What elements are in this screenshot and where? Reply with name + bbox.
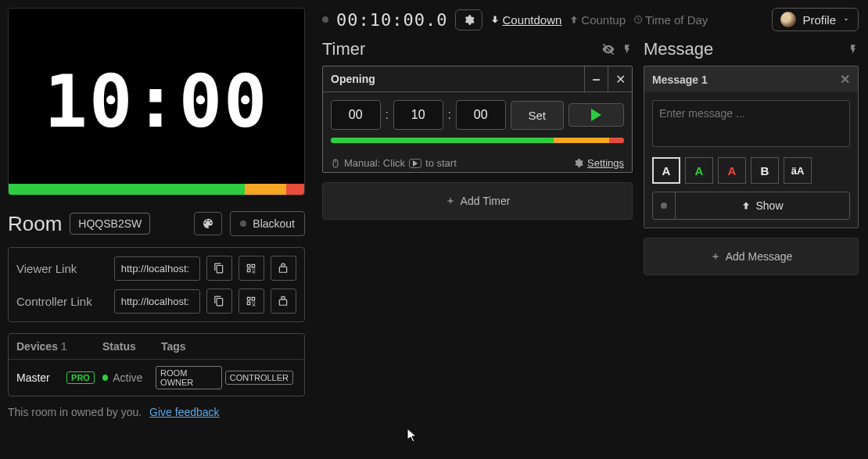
mouse-icon xyxy=(331,158,340,169)
room-code[interactable]: HQQSB2SW xyxy=(70,213,150,235)
flash-icon xyxy=(622,43,633,56)
unlock-icon xyxy=(278,263,289,274)
feedback-link[interactable]: Give feedback xyxy=(149,406,220,418)
owner-note: This room in owned by you. xyxy=(8,406,142,418)
mini-play-icon xyxy=(409,159,421,168)
viewer-lock-button[interactable] xyxy=(271,256,296,281)
clock-icon xyxy=(633,15,643,24)
tag-room-owner: ROOM OWNER xyxy=(156,366,222,389)
style-white[interactable]: A xyxy=(652,157,680,184)
play-button[interactable] xyxy=(569,103,624,127)
plus-icon: ＋ xyxy=(445,194,456,208)
add-timer-button[interactable]: ＋ Add Timer xyxy=(322,182,633,220)
viewer-link-label: Viewer Link xyxy=(16,262,108,275)
status-dot xyxy=(102,375,108,381)
palette-icon xyxy=(202,217,214,230)
controller-lock-button[interactable] xyxy=(271,289,296,314)
avatar xyxy=(780,12,796,27)
flash-icon xyxy=(848,43,859,56)
blackout-status-dot xyxy=(240,221,246,227)
status-header: Status xyxy=(102,340,161,353)
room-label: Room xyxy=(8,212,62,236)
copy-icon xyxy=(213,296,224,307)
gear-icon xyxy=(573,158,583,168)
viewer-link-input[interactable] xyxy=(114,256,200,281)
hours-input[interactable]: 00 xyxy=(331,100,381,130)
settings-gear-button[interactable] xyxy=(455,9,482,30)
palette-button[interactable] xyxy=(194,212,222,235)
tags-header: Tags xyxy=(161,340,296,353)
style-case[interactable]: äA xyxy=(784,157,812,184)
controller-link-label: Controller Link xyxy=(16,295,108,308)
show-button[interactable]: Show xyxy=(675,192,849,219)
message-flash-button[interactable] xyxy=(848,43,859,56)
add-message-button[interactable]: ＋ Add Message xyxy=(644,238,859,275)
style-bold[interactable]: B xyxy=(751,157,779,184)
controller-link-input[interactable] xyxy=(114,289,200,314)
style-green[interactable]: A xyxy=(685,157,713,184)
arrow-down-icon xyxy=(490,15,500,24)
seconds-input[interactable]: 00 xyxy=(456,100,506,130)
timer-progress-bar xyxy=(331,138,624,143)
profile-label: Profile xyxy=(802,13,836,27)
viewer-copy-button[interactable] xyxy=(206,256,232,281)
pro-badge: PRO xyxy=(66,371,95,384)
display-time: 10:00 xyxy=(9,60,304,144)
mode-countup[interactable]: Countup xyxy=(569,13,626,27)
visibility-toggle[interactable] xyxy=(601,42,615,56)
eye-off-icon xyxy=(601,42,615,56)
message-close-button[interactable]: ✕ xyxy=(840,72,850,87)
message-card-title[interactable]: Message 1 xyxy=(652,74,708,86)
devices-header: Devices xyxy=(16,340,58,353)
device-name: Master xyxy=(16,371,66,384)
flash-button[interactable] xyxy=(622,43,633,56)
qr-icon xyxy=(246,263,256,274)
device-row[interactable]: Master PRO Active ROOM OWNER CONTROLLER xyxy=(9,360,304,396)
chevron-down-icon xyxy=(842,16,850,23)
copy-icon xyxy=(213,263,224,274)
hint-text-suffix: to start xyxy=(425,157,457,169)
controller-qr-button[interactable] xyxy=(239,289,264,314)
timer-display: 10:00 xyxy=(8,8,305,195)
viewer-qr-button[interactable] xyxy=(239,256,264,281)
devices-count: 1 xyxy=(61,340,67,353)
unlock-icon xyxy=(278,296,289,307)
arrow-up-icon xyxy=(569,15,579,24)
set-button[interactable]: Set xyxy=(511,101,565,130)
connection-dot xyxy=(322,16,328,23)
close-button[interactable]: ✕ xyxy=(608,66,632,91)
profile-menu[interactable]: Profile xyxy=(772,8,859,31)
gear-icon xyxy=(463,14,475,26)
style-red[interactable]: A xyxy=(718,157,746,184)
minutes-input[interactable]: 10 xyxy=(393,100,443,130)
display-progress-bar xyxy=(9,184,304,195)
timer-card-title[interactable]: Opening xyxy=(323,66,585,91)
mode-countdown[interactable]: Countdown xyxy=(490,13,561,27)
plus-icon: ＋ xyxy=(710,249,721,264)
topbar-time: 00:10:00.0 xyxy=(336,10,447,30)
blackout-button[interactable]: Blackout xyxy=(230,211,305,236)
arrow-up-icon xyxy=(741,201,751,210)
show-status-dot xyxy=(661,203,667,209)
timer-section-title: Timer xyxy=(322,39,595,59)
timer-settings-link[interactable]: Settings xyxy=(587,157,624,169)
mode-time-of-day[interactable]: Time of Day xyxy=(633,13,708,27)
tag-controller: CONTROLLER xyxy=(225,371,293,385)
hint-text-prefix: Manual: Click xyxy=(344,157,405,169)
minimize-button[interactable]: – xyxy=(585,66,608,91)
minus-icon: – xyxy=(592,71,600,88)
qr-icon xyxy=(246,296,256,307)
close-icon: ✕ xyxy=(615,72,626,87)
blackout-label: Blackout xyxy=(253,217,295,230)
device-status: Active xyxy=(113,371,156,384)
play-icon xyxy=(591,109,601,121)
message-section-title: Message xyxy=(644,39,841,59)
controller-copy-button[interactable] xyxy=(206,289,232,314)
message-textarea[interactable] xyxy=(652,100,850,147)
